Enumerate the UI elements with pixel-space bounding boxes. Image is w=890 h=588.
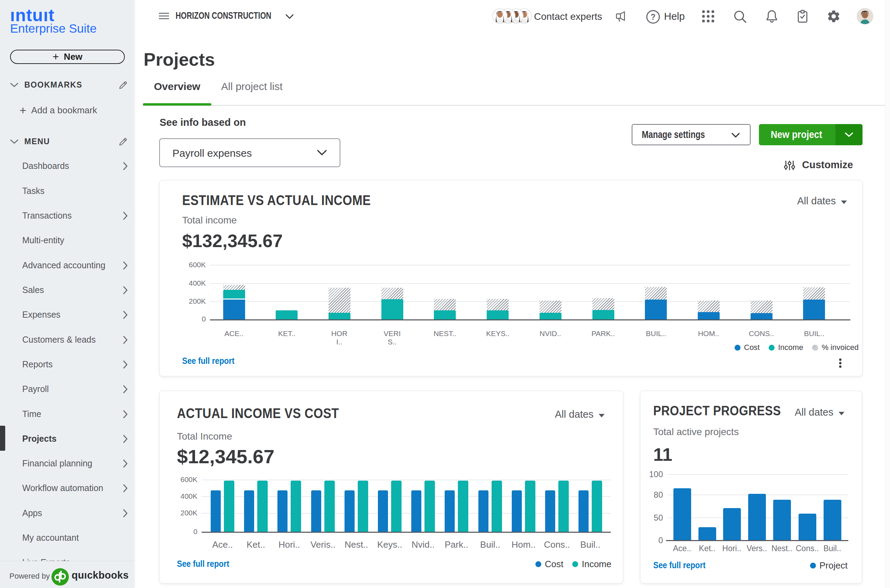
- svg-text:?: ?: [650, 12, 655, 21]
